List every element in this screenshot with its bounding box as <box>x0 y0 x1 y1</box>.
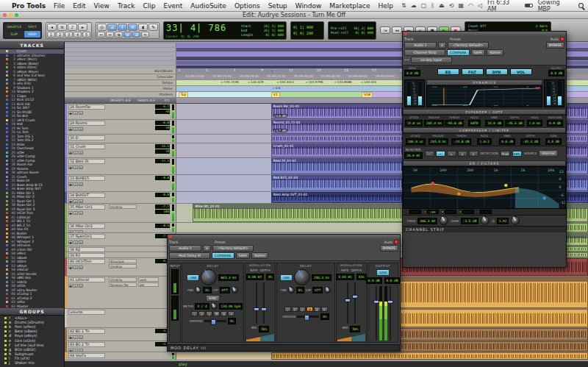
record-enable-button[interactable]: ● <box>68 165 73 169</box>
track-selector[interactable]: Audio 1 <box>169 245 201 252</box>
groove-slider-right[interactable] <box>297 316 319 318</box>
dynamics-parameter[interactable]: ATTACK100.0 us <box>404 135 426 145</box>
track-header[interactable]: 33 BsAB15●SM-8.8 <box>65 175 176 191</box>
eq-band-5[interactable] <box>476 210 492 214</box>
output-gain-left[interactable]: 0.0 dB <box>366 277 382 284</box>
mute-button[interactable]: M <box>79 182 83 186</box>
volume-readout[interactable]: -13.5 <box>155 144 170 149</box>
clip-gain-badge[interactable]: (-4.6 dB) <box>273 114 287 118</box>
sync-button-left[interactable]: SYNC <box>206 295 220 302</box>
zoom-preset-4[interactable]: 4 <box>74 32 82 38</box>
zoom-preset-2[interactable]: 2 <box>56 32 64 38</box>
link-button-right[interactable]: LINK <box>280 274 293 281</box>
grabber-tool-icon[interactable]: ✛ <box>128 24 137 31</box>
track-name-plate[interactable]: 38 R2 <box>68 247 105 252</box>
collapsed-track-header[interactable] <box>65 52 176 56</box>
track-header[interactable]: 39 R3 <box>65 252 176 257</box>
track-header[interactable]: 44 VoxFx <box>65 352 176 360</box>
cloud-icon[interactable]: ☁ <box>411 2 417 9</box>
dynamics-parameter[interactable]: THRESH-24.8 dB <box>451 135 473 145</box>
zoom-in-icon[interactable]: ▸ <box>78 24 87 31</box>
plugin-target-icon[interactable] <box>560 37 564 41</box>
tab-eq[interactable]: EQ <box>437 68 459 75</box>
track-name-plate[interactable]: 43 BG 2 Tn <box>68 342 105 347</box>
track-name-plate[interactable]: 41 LdVocal <box>68 277 105 282</box>
solo-button[interactable]: S <box>74 349 78 352</box>
delay-time-knob-left[interactable] <box>201 269 217 285</box>
note-duration-button[interactable]: ♫ <box>206 311 212 316</box>
filter-type-button[interactable]: — <box>425 151 434 157</box>
depth-value-left[interactable]: 0% <box>266 274 274 280</box>
track-lane[interactable] <box>176 352 588 360</box>
time-machine-icon[interactable]: ⟲ <box>449 2 454 9</box>
solo-button[interactable]: S <box>74 182 78 186</box>
collapsed-track-header[interactable] <box>65 43 176 47</box>
rms-detection-button[interactable]: RMS <box>512 151 522 157</box>
record-enable-button[interactable]: ● <box>68 349 73 352</box>
record-enable-button[interactable]: ● <box>68 151 73 154</box>
track-name-plate[interactable]: 33 BsAB15 <box>68 176 105 181</box>
tempo-value[interactable]: 134.00 bpm <box>219 303 243 310</box>
preset-selector[interactable]: <factory default> <box>448 42 489 49</box>
menu-view[interactable]: View <box>94 2 110 10</box>
spot-mode-button[interactable]: SPOT <box>24 24 40 30</box>
depth-slider-right[interactable] <box>354 282 356 324</box>
sidechain-source-selector[interactable]: Internal <box>539 150 558 157</box>
parameter-value[interactable]: 4.0 dB <box>545 138 562 145</box>
menu-window[interactable]: Window <box>295 2 322 10</box>
track-header[interactable]: 34 BsASVT●SM-8.8 <box>65 192 176 203</box>
volume-readout[interactable]: -8.5 <box>155 224 170 228</box>
input-gain-value[interactable]: 0.0 dB <box>404 70 420 76</box>
tab-vol[interactable]: VOL <box>510 68 532 75</box>
parameter-value[interactable]: 14.0 dB <box>485 120 503 127</box>
note-duration-button[interactable]: • <box>228 311 234 316</box>
processing-selector[interactable]: Native <box>251 252 268 259</box>
parameter-value[interactable]: 0.9 dB <box>547 120 563 127</box>
count-off-value[interactable]: 2 bars <box>536 24 548 28</box>
preset-selector[interactable]: <factory default> <box>212 245 254 252</box>
rate-value-left[interactable]: 0.00 Hz <box>246 274 265 280</box>
dynamics-parameter[interactable]: RELEASE205.0 ms <box>424 116 443 127</box>
parameter-value[interactable]: GATE <box>468 120 481 127</box>
eq-band-1[interactable] <box>406 210 421 214</box>
solo-button[interactable]: S <box>74 284 78 288</box>
dynamics-parameter[interactable]: RATIOGATE <box>465 116 484 127</box>
mute-button[interactable]: M <box>79 240 83 244</box>
channel-strip-plugin-window[interactable]: Track Preset Auto Audio 1 a <factory def… <box>402 31 567 268</box>
sel-end-value[interactable]: 25| 1| 000 <box>264 29 284 32</box>
record-enable-button[interactable]: ● <box>68 111 73 115</box>
tab-transient-icon[interactable]: ↤ <box>97 32 105 38</box>
band-value[interactable] <box>462 210 474 214</box>
close-window-icon[interactable] <box>169 235 172 238</box>
parameter-value[interactable]: 100.0 us <box>406 138 426 145</box>
tempo-event[interactable]: 133.9796 <box>306 80 323 84</box>
mix-value-right[interactable]: 50% <box>350 326 360 332</box>
record-enable-button[interactable]: ● <box>68 211 73 215</box>
audio-clip[interactable] <box>271 352 588 360</box>
groove-value-right[interactable]: 0% <box>320 313 329 320</box>
parameter-value[interactable]: 1.0:1 <box>477 138 491 145</box>
retrig-freq-value[interactable]: 20.0 Hz <box>404 152 423 159</box>
solo-button[interactable]: S <box>74 230 78 232</box>
filter-type-button[interactable]: ⌐ <box>436 151 445 157</box>
track-name-plate[interactable]: 35 Mike Gtr1 <box>68 204 105 210</box>
solo-button[interactable]: S <box>74 199 78 203</box>
parameter-value[interactable]: 1.0 ms <box>527 120 543 127</box>
track-header[interactable]: volume <box>65 309 176 327</box>
dynamics-parameter[interactable]: RELEASE205.0 ms <box>427 135 449 145</box>
dynamics-parameter[interactable]: GAIN4.0 dB <box>542 135 564 145</box>
mute-button[interactable]: M <box>79 165 83 169</box>
sel-length-value[interactable]: 0| 0| 000 <box>266 33 284 37</box>
tempo-event[interactable]: 134.429 <box>248 80 263 84</box>
pencil-tool-icon[interactable]: ✎ <box>148 24 158 31</box>
wifi-icon[interactable]: ◠ <box>468 2 473 9</box>
grid-mode-button[interactable]: GRID <box>24 31 40 38</box>
dynamics-parameter[interactable]: HOLD1.0 ms <box>525 116 544 127</box>
volume-readout[interactable]: -6.7 <box>155 104 170 109</box>
pan-readout[interactable]: 100 <box>155 210 170 214</box>
menu-setup[interactable]: Setup <box>268 2 287 10</box>
mix-balance-left[interactable] <box>246 334 274 341</box>
insert-chip[interactable]: Dynamic De <box>109 282 137 287</box>
track-header[interactable]: 30 D <box>65 135 176 143</box>
track-name-plate[interactable]: volume <box>68 310 105 315</box>
